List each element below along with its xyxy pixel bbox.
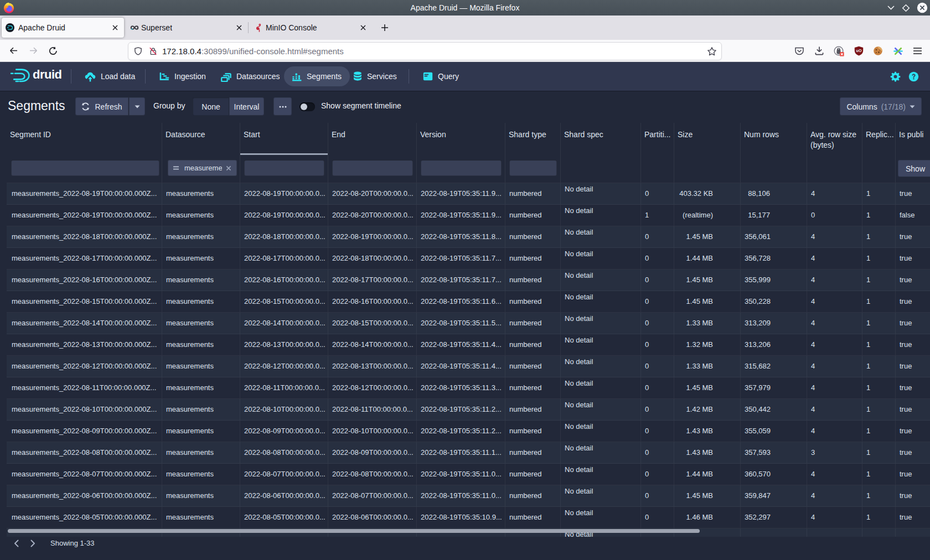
column-header[interactable]: Avg. row size (bytes) (807, 123, 862, 155)
column-header[interactable]: Size (674, 123, 741, 155)
table-row[interactable]: measurements_2022-08-15T00:00:00.000Z...… (7, 291, 930, 313)
nav-item-load-data[interactable]: Load data (76, 66, 143, 86)
next-page-button[interactable] (24, 537, 41, 550)
nav-item-ingestion[interactable]: Ingestion (151, 66, 214, 86)
table-cell: measurements (162, 226, 240, 247)
tab-superset[interactable]: Superset (124, 18, 248, 38)
ublock-icon[interactable]: uO (854, 46, 864, 56)
table-cell: 2022-08-19T05:35:11.2... (417, 421, 505, 442)
table-row[interactable]: measurements_2022-08-17T00:00:00.000Z...… (7, 248, 930, 269)
nav-item-datasources[interactable]: Datasources (212, 66, 288, 86)
table-row[interactable]: measurements_2022-08-05T00:00:00.000Z...… (7, 507, 930, 528)
table-row[interactable]: measurements_2022-08-06T00:00:00.000Z...… (7, 485, 930, 507)
url-host: 172.18.0.4 (162, 46, 202, 56)
table-row[interactable]: measurements_2022-08-11T00:00:00.000Z...… (7, 377, 930, 399)
column-filter-input[interactable] (332, 160, 413, 176)
tab-close-icon[interactable] (232, 21, 246, 34)
table-cell: true (896, 226, 930, 247)
table-cell (741, 528, 807, 537)
superset-favicon (130, 23, 139, 32)
sparkle-icon[interactable] (893, 46, 903, 56)
table-row[interactable]: measurements_2022-08-08T00:00:00.000Z...… (7, 442, 930, 464)
table-row[interactable]: measurements_2022-08-19T00:00:00.000Z...… (7, 205, 930, 226)
horizontal-scrollbar[interactable] (8, 529, 700, 533)
table-cell: 0 (641, 291, 674, 312)
column-header[interactable]: Replic... (862, 123, 896, 155)
url-text[interactable]: 172.18.0.4:30899/unified-console.html#se… (162, 46, 344, 56)
table-row[interactable]: measurements_2022-08-16T00:00:00.000Z...… (7, 269, 930, 291)
column-filter-input[interactable] (421, 160, 502, 176)
close-icon[interactable] (917, 2, 928, 13)
table-row[interactable]: measurements_2022-08-12T00:00:00.000Z...… (7, 356, 930, 377)
maximize-icon[interactable] (902, 4, 910, 12)
bookmark-star-icon[interactable] (707, 46, 717, 56)
table-cell: measurements (162, 334, 240, 355)
table-row[interactable]: measurements_2022-08-18T00:00:00.000Z...… (7, 226, 930, 248)
pocket-icon[interactable] (794, 46, 804, 56)
column-filter-input[interactable] (509, 160, 557, 176)
column-header[interactable]: Version (417, 123, 505, 155)
new-tab-button[interactable] (376, 19, 393, 36)
tab-close-icon[interactable] (108, 21, 122, 34)
datasource-filter-tag[interactable]: measurements (168, 160, 237, 176)
druid-brand[interactable]: druid (11, 69, 62, 83)
table-row[interactable]: measurements_2022-08-07T00:00:00.000Z...… (7, 464, 930, 485)
column-header[interactable]: End (328, 123, 417, 155)
column-filter-input[interactable] (11, 160, 159, 176)
column-header[interactable]: Shard type (505, 123, 561, 155)
account-containers-icon[interactable] (834, 46, 844, 56)
help-icon[interactable] (908, 71, 919, 82)
tab-minio-console[interactable]: MinIO Console (249, 18, 372, 38)
table-cell: measurements_2022-08-12T00:00:00.000Z... (7, 356, 162, 377)
reload-button[interactable] (45, 43, 61, 59)
column-header[interactable]: Num rows (741, 123, 807, 155)
download-icon[interactable] (814, 46, 824, 56)
table-cell: 2022-08-19T05:35:11.0... (417, 485, 505, 506)
tab-close-icon[interactable] (356, 21, 370, 34)
nav-item-segments[interactable]: Segments (284, 66, 350, 86)
group-by-interval-button[interactable]: Interval (229, 97, 264, 116)
table-row[interactable]: measurements_2022-08-14T00:00:00.000Z...… (7, 313, 930, 334)
table-row[interactable]: measurements_2022-08-10T00:00:00.000Z...… (7, 399, 930, 421)
table-cell: 4 (807, 291, 862, 312)
column-header[interactable]: Start (240, 123, 328, 155)
table-cell: No detail (561, 334, 641, 355)
column-header[interactable]: Shard spec (561, 123, 641, 155)
nav-item-query[interactable]: Query (415, 66, 467, 86)
back-button[interactable] (5, 43, 22, 59)
column-filter-input[interactable] (244, 160, 324, 176)
show-filter-button[interactable]: Show (898, 160, 930, 177)
table-cell: 2022-08-19T05:35:11.0... (417, 464, 505, 485)
table-cell: measurements_2022-08-15T00:00:00.000Z... (7, 291, 162, 312)
window-menu-icon[interactable] (887, 5, 895, 11)
table-row[interactable]: measurements_2022-08-13T00:00:00.000Z...… (7, 334, 930, 356)
column-header[interactable]: Partiti... (641, 123, 674, 155)
column-header[interactable]: Is publi (896, 123, 930, 155)
table-cell: numbered (505, 356, 561, 377)
table-filter-row: measurementsShow (7, 155, 930, 183)
prev-page-button[interactable] (8, 537, 24, 550)
refresh-button[interactable]: Refresh (75, 97, 128, 116)
tag-remove-icon[interactable] (225, 165, 232, 172)
more-options-button[interactable] (273, 97, 292, 116)
nav-item-services[interactable]: Services (345, 66, 405, 86)
group-by-none-button[interactable]: None (193, 97, 229, 116)
url-bar[interactable]: 172.18.0.4:30899/unified-console.html#se… (128, 42, 722, 60)
columns-button[interactable]: Columns (17/18) (840, 97, 922, 116)
tab-apache-druid[interactable]: Apache Druid (2, 18, 124, 38)
table-cell: 2022-08-12T00:00:00.0... (240, 356, 328, 377)
cookie-icon[interactable] (873, 46, 883, 56)
column-header[interactable]: Datasource (162, 123, 240, 155)
table-row[interactable]: measurements_2022-08-09T00:00:00.000Z...… (7, 421, 930, 442)
refresh-dropdown-button[interactable] (129, 97, 145, 116)
menu-icon[interactable] (913, 47, 922, 55)
column-header[interactable]: Segment ID (7, 123, 162, 155)
forward-button[interactable] (25, 43, 42, 59)
tracking-shield-icon[interactable] (134, 46, 142, 56)
table-cell: No detail (561, 291, 641, 312)
insecure-lock-icon[interactable] (148, 46, 158, 56)
table-cell: 1 (862, 485, 896, 506)
table-row[interactable]: measurements_2022-08-19T00:00:00.000Z...… (7, 183, 930, 205)
segment-timeline-toggle[interactable] (299, 102, 315, 111)
settings-gear-icon[interactable] (890, 71, 901, 82)
